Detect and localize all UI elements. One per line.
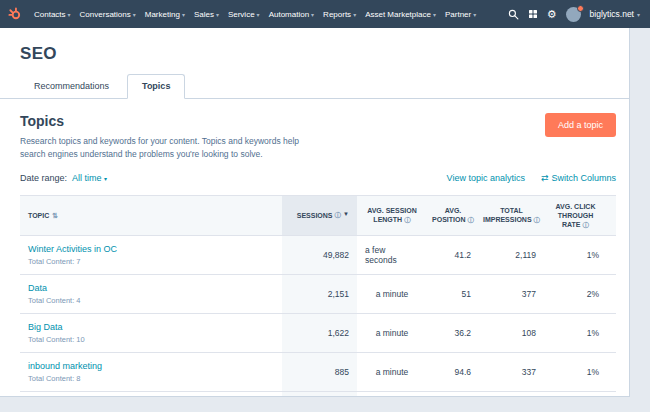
switch-columns-link[interactable]: ⇄Switch Columns — [541, 173, 616, 183]
chevron-down-icon: ▾ — [257, 11, 260, 18]
notification-badge — [577, 5, 584, 12]
cell-impressions: 377 — [479, 275, 544, 313]
cell-impressions: 2,119 — [479, 236, 544, 274]
avatar[interactable] — [566, 7, 581, 22]
cell-sessions: 2,151 — [282, 275, 357, 313]
cell-impressions: 2 — [479, 392, 544, 397]
switch-columns-label: Switch Columns — [551, 173, 616, 183]
table-header-row: TOPIC ⇅ SESSIONS ⓘ ▼ AVG. SESSION LENGTH… — [20, 195, 616, 237]
nav-item-partner[interactable]: Partner ▾ — [445, 10, 476, 19]
topic-link[interactable]: Winter Activities in OC — [28, 244, 117, 254]
chevron-down-icon: ▾ — [637, 11, 640, 18]
info-icon[interactable]: ⓘ — [335, 211, 342, 219]
table-row: Big Data Total Content: 10 1,622 a minut… — [20, 314, 616, 353]
cell-ctr: 2% — [544, 275, 607, 313]
tab-recommendations[interactable]: Recommendations — [20, 75, 123, 98]
nav-item-label: Reports — [323, 10, 351, 19]
cell-session-length: a few seconds — [357, 236, 427, 274]
cell-position: 36.2 — [427, 314, 479, 352]
date-range-value: All time — [72, 173, 102, 183]
cell-position: 51 — [427, 275, 479, 313]
info-icon[interactable]: ⓘ — [467, 216, 474, 223]
topics-description: Research topics and keywords for your co… — [20, 135, 320, 161]
nav-item-label: Asset Marketplace — [365, 10, 431, 19]
nav-item-conversations[interactable]: Conversations ▾ — [80, 10, 136, 19]
col-header-impressions[interactable]: TOTAL IMPRESSIONSⓘ — [479, 196, 544, 236]
cell-ctr: 1% — [544, 314, 607, 352]
cell-position: 94.6 — [427, 353, 479, 391]
tab-topics[interactable]: Topics — [127, 74, 185, 99]
cell-position: 28 — [427, 392, 479, 397]
hubspot-logo-icon[interactable] — [8, 7, 22, 21]
nav-item-automation[interactable]: Automation ▾ — [269, 10, 314, 19]
nav-item-label: Conversations — [80, 10, 131, 19]
cell-session-length: a minute — [357, 392, 427, 397]
cell-session-length: a minute — [357, 275, 427, 313]
add-topic-button[interactable]: Add a topic — [545, 113, 616, 137]
cell-sessions: 473 — [282, 392, 357, 397]
cell-position: 41.2 — [427, 236, 479, 274]
nav-item-marketing[interactable]: Marketing ▾ — [145, 10, 185, 19]
navbar-actions: ⚙︎ biglytics.net ▾ — [508, 7, 640, 22]
table-row: Data Total Content: 4 2,151 a minute 51 … — [20, 275, 616, 314]
chevron-down-icon: ▾ — [473, 11, 476, 18]
date-range-select[interactable]: All time ▾ — [72, 173, 107, 183]
col-header-position[interactable]: AVG. POSITIONⓘ — [427, 196, 479, 236]
chevron-down-icon: ▾ — [182, 11, 185, 18]
col-header-ctr[interactable]: AVG. CLICK THROUGH RATEⓘ — [544, 196, 607, 236]
col-header-topic[interactable]: TOPIC ⇅ — [20, 196, 282, 236]
info-icon[interactable]: ⓘ — [534, 216, 541, 223]
topic-link[interactable]: Big Data — [28, 322, 63, 332]
topic-link[interactable]: Data — [28, 283, 47, 293]
topic-content-count: Total Content: 4 — [28, 296, 81, 305]
topics-heading: Topics — [20, 113, 320, 129]
chevron-down-icon: ▾ — [68, 11, 71, 18]
cell-sessions: 49,882 — [282, 236, 357, 274]
col-header-sessions[interactable]: SESSIONS ⓘ ▼ — [282, 196, 357, 236]
seo-page: SEO Recommendations Topics Topics Resear… — [0, 28, 630, 397]
cell-session-length: a minute — [357, 353, 427, 391]
account-name: biglytics.net — [590, 9, 634, 19]
nav-item-asset-marketplace[interactable]: Asset Marketplace ▾ — [365, 10, 436, 19]
nav-item-label: Service — [228, 10, 255, 19]
marketplace-icon[interactable] — [528, 9, 538, 19]
cell-impressions: 337 — [479, 353, 544, 391]
nav-item-label: Sales — [194, 10, 214, 19]
nav-item-service[interactable]: Service ▾ — [228, 10, 260, 19]
info-icon[interactable]: ⓘ — [404, 216, 411, 223]
topic-content-count: Total Content: 7 — [28, 257, 81, 266]
cell-sessions: 1,622 — [282, 314, 357, 352]
settings-icon[interactable]: ⚙︎ — [547, 9, 557, 20]
tab-bar: Recommendations Topics — [0, 74, 629, 99]
cell-ctr: 1% — [544, 353, 607, 391]
table-row: Winter Activities in OC Total Content: 7… — [20, 236, 616, 275]
nav-item-sales[interactable]: Sales ▾ — [194, 10, 219, 19]
nav-item-reports[interactable]: Reports ▾ — [323, 10, 356, 19]
date-range-label: Date range: — [20, 173, 67, 183]
top-navbar: Contacts ▾ Conversations ▾ Marketing ▾ S… — [0, 0, 650, 28]
cell-ctr: 1% — [544, 236, 607, 274]
sort-icon[interactable]: ⇅ — [52, 211, 58, 220]
cell-ctr: 0% — [544, 392, 607, 397]
chevron-down-icon: ▾ — [216, 11, 219, 18]
cell-session-length: a minute — [357, 314, 427, 352]
table-row: inbound marketing Total Content: 8 885 a… — [20, 353, 616, 392]
nav-item-contacts[interactable]: Contacts ▾ — [34, 10, 71, 19]
nav-item-label: Marketing — [145, 10, 180, 19]
col-header-session-length[interactable]: AVG. SESSION LENGTHⓘ — [357, 196, 427, 236]
nav-item-label: Contacts — [34, 10, 66, 19]
account-menu[interactable]: biglytics.net ▾ — [590, 9, 640, 19]
chevron-down-icon: ▾ — [104, 176, 107, 182]
search-icon[interactable] — [508, 9, 519, 20]
table-row: systems integrator Total Content: 2 473 … — [20, 392, 616, 397]
info-icon[interactable]: ⓘ — [583, 221, 590, 228]
sort-desc-icon[interactable]: ▼ — [343, 211, 349, 219]
topic-content-count: Total Content: 8 — [28, 374, 81, 383]
page-title: SEO — [20, 44, 609, 64]
topics-table: TOPIC ⇅ SESSIONS ⓘ ▼ AVG. SESSION LENGTH… — [20, 195, 616, 398]
topic-link[interactable]: inbound marketing — [28, 361, 102, 371]
switch-columns-icon: ⇄ — [541, 173, 549, 183]
view-topic-analytics-link[interactable]: View topic analytics — [447, 173, 525, 183]
chevron-down-icon: ▾ — [311, 11, 314, 18]
cell-sessions: 885 — [282, 353, 357, 391]
